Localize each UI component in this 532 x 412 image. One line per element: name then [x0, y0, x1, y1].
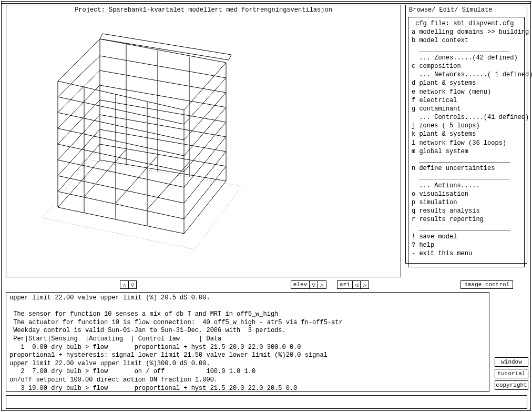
- menu-item[interactable]: f electrical: [412, 96, 521, 105]
- menu-item[interactable]: ! save model: [412, 233, 521, 241]
- azi-label[interactable]: azi: [337, 281, 353, 288]
- menu-item[interactable]: o visualisation: [412, 190, 521, 198]
- view-toolbar: △ ▽ elev ▽ △ azi ◁ ▷ image control: [6, 280, 527, 290]
- menu-item[interactable]: d plant & systems: [412, 79, 521, 87]
- menu-item[interactable]: q results analysis: [412, 207, 521, 215]
- menu-item[interactable]: e network flow (menu): [412, 88, 521, 96]
- menu-item: ________________________: [412, 173, 521, 181]
- menu-item[interactable]: r results reporting: [412, 215, 521, 224]
- triangle-down-icon: ▽: [131, 282, 135, 288]
- pan-up-button[interactable]: △: [120, 281, 129, 288]
- elev-down-button[interactable]: ▽: [310, 281, 318, 288]
- svg-line-10: [84, 149, 126, 197]
- wireframe-model: [21, 18, 252, 260]
- window-button[interactable]: window: [495, 357, 528, 367]
- menu-item[interactable]: g contaminant: [412, 105, 521, 113]
- menu-item[interactable]: j zones ( 5 loops): [412, 122, 521, 130]
- menu-item[interactable]: - exit this menu: [412, 249, 521, 258]
- menu-item[interactable]: b model context: [412, 36, 521, 45]
- elev-up-button[interactable]: △: [318, 281, 326, 288]
- status-bar: [6, 395, 527, 409]
- triangle-up-icon: △: [122, 282, 126, 288]
- menu-item: ... Controls.....(41 defined): [412, 113, 521, 122]
- menu-item[interactable]: a modelling domains >> building only: [412, 28, 521, 36]
- menu-item: ________________________: [412, 45, 521, 54]
- menu-item: ________________________: [412, 224, 521, 233]
- menu-item[interactable]: ? help: [412, 241, 521, 249]
- project-title: Project: Sparebank1-kvartalet modellert …: [6, 5, 401, 15]
- elev-label[interactable]: elev: [291, 281, 310, 288]
- tutorial-button[interactable]: tutorial: [495, 369, 528, 378]
- azi-buttons: azi ◁ ▷: [337, 280, 369, 289]
- menu-item[interactable]: p simulation: [412, 198, 521, 207]
- menu-item[interactable]: n define uncertainties: [412, 164, 521, 173]
- model-viewport[interactable]: Project: Sparebank1-kvartalet modellert …: [6, 5, 401, 277]
- menu-item: ... Actions.....: [412, 182, 521, 190]
- menu-item[interactable]: m global system: [412, 147, 521, 156]
- menu-list: cfg file: sb1_dispvent.cfga modelling do…: [408, 17, 525, 267]
- elev-buttons: elev ▽ △: [291, 280, 326, 289]
- triangle-up-icon: △: [320, 282, 324, 288]
- menu-item: ... Zones.....(42 defined): [412, 54, 521, 62]
- menu-item[interactable]: c composition: [412, 62, 521, 71]
- menu-panel: Browse/ Edit/ Simulate cfg file: sb1_dis…: [405, 5, 527, 264]
- footer-buttons: window tutorial copyright: [495, 357, 528, 390]
- menu-item: ... Networks......( 1 defined): [412, 71, 521, 79]
- image-control-button[interactable]: image control: [461, 280, 513, 289]
- menu-panel-title: Browse/ Edit/ Simulate: [406, 5, 527, 15]
- app-window: Project: Sparebank1-kvartalet modellert …: [1, 1, 531, 411]
- menu-item: ________________________: [412, 156, 521, 164]
- copyright-button[interactable]: copyright: [495, 380, 528, 390]
- menu-item[interactable]: l network flow (36 loops): [412, 139, 521, 147]
- triangle-left-icon: ◁: [355, 282, 359, 288]
- pan-down-button[interactable]: ▽: [129, 281, 137, 288]
- azi-left-button[interactable]: ◁: [353, 281, 361, 288]
- triangle-down-icon: ▽: [312, 282, 315, 288]
- main-area: Project: Sparebank1-kvartalet modellert …: [2, 4, 530, 411]
- pan-buttons: △ ▽: [120, 280, 137, 289]
- azi-right-button[interactable]: ▷: [361, 281, 369, 288]
- message-console: upper limit 22.00 valve upper limit (%) …: [6, 292, 489, 392]
- menu-item[interactable]: k plant & systems: [412, 130, 521, 138]
- triangle-right-icon: ▷: [363, 282, 366, 288]
- menu-item[interactable]: cfg file: sb1_dispvent.cfg: [412, 19, 521, 28]
